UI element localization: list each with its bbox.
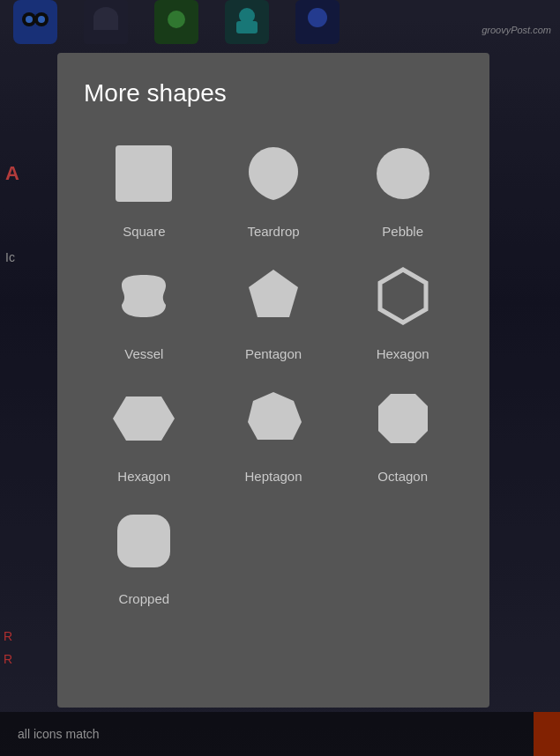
more-shapes-modal: More shapes Square Teardrop [57, 53, 489, 708]
shape-icon-heptagon [234, 379, 313, 458]
teardrop-svg [238, 138, 309, 209]
shape-label-cropped: Cropped [119, 591, 170, 606]
shape-label-pentagon: Pentagon [245, 346, 302, 361]
svg-marker-21 [378, 394, 428, 443]
svg-rect-22 [117, 515, 170, 567]
shape-item-heptagon[interactable]: Heptagon [213, 379, 334, 484]
cropped-svg [108, 506, 179, 576]
shape-item-hexagon2[interactable]: Hexagon [84, 379, 205, 484]
shape-item-pebble[interactable]: Pebble [342, 134, 463, 239]
shape-label-teardrop: Teardrop [247, 224, 299, 239]
shape-item-octagon[interactable]: Octagon [342, 379, 463, 484]
shape-icon-pebble [363, 134, 443, 213]
svg-rect-15 [116, 145, 172, 202]
hexagon2-svg [108, 383, 179, 454]
square-svg [108, 138, 179, 209]
shape-item-hexagon1[interactable]: Hexagon [342, 256, 463, 361]
shape-label-pebble: Pebble [382, 224, 423, 239]
modal-title: More shapes [84, 79, 463, 107]
svg-marker-19 [113, 397, 175, 441]
shape-label-hexagon2: Hexagon [117, 469, 170, 484]
shape-item-pentagon[interactable]: Pentagon [213, 256, 334, 361]
shape-icon-hexagon2 [104, 379, 183, 458]
pentagon-svg [238, 261, 309, 331]
shape-icon-vessel [104, 256, 183, 336]
shapes-grid: Square Teardrop Pebble [84, 134, 463, 606]
shape-label-vessel: Vessel [124, 346, 163, 361]
vessel-svg [108, 261, 179, 331]
shape-icon-octagon [363, 379, 443, 458]
shape-icon-cropped [104, 501, 183, 581]
shape-icon-hexagon1 [363, 256, 443, 336]
svg-marker-18 [380, 270, 426, 322]
shape-label-heptagon: Heptagon [244, 469, 302, 484]
shape-item-teardrop[interactable]: Teardrop [213, 134, 334, 239]
svg-marker-17 [249, 270, 298, 317]
pebble-svg [368, 138, 438, 209]
heptagon-svg [238, 383, 309, 454]
octagon-svg [368, 383, 438, 454]
hexagon1-svg [368, 261, 438, 331]
shape-label-square: Square [123, 224, 165, 239]
svg-point-16 [377, 148, 429, 199]
shape-item-square[interactable]: Square [84, 134, 205, 239]
shape-item-cropped[interactable]: Cropped [84, 501, 205, 606]
shape-item-vessel[interactable]: Vessel [84, 256, 205, 361]
shape-icon-teardrop [234, 134, 313, 213]
svg-marker-20 [248, 392, 302, 440]
shape-icon-square [104, 134, 183, 213]
shape-icon-pentagon [234, 256, 313, 336]
shape-label-hexagon1: Hexagon [377, 346, 429, 361]
modal-overlay: More shapes Square Teardrop [0, 0, 560, 756]
shape-label-octagon: Octagon [377, 469, 428, 484]
